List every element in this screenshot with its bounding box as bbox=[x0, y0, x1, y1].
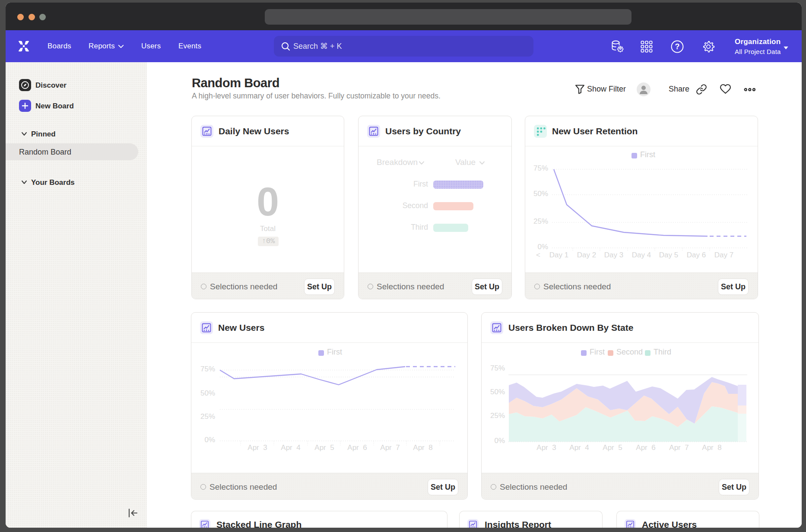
svg-text:?: ? bbox=[675, 42, 680, 51]
